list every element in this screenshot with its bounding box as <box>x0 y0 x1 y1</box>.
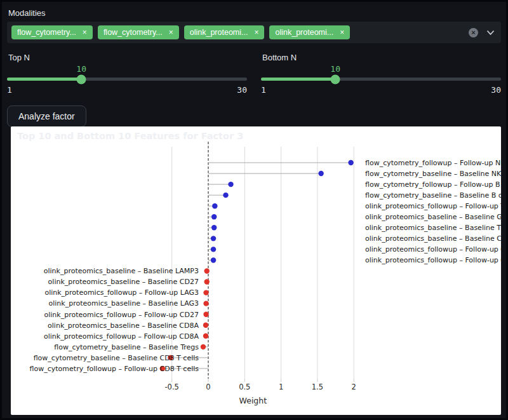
x-tick-label: -0.5 <box>164 383 178 391</box>
selected-modality-tags: flow_cytometry... × flow_cytometry... × … <box>11 25 469 39</box>
top-n-slider[interactable]: 10 1 30 <box>7 78 247 95</box>
bottom-n-max: 30 <box>491 85 501 95</box>
feature-label: olink_proteomics_baseline – Baseline CD8… <box>48 322 199 330</box>
feature-label: olink_proteomics_baseline – Baseline GZM… <box>365 213 501 221</box>
feature-label: flow_cytometry_baseline – Baseline CD8 T… <box>34 354 199 362</box>
negative-weight-dot <box>203 312 208 317</box>
positive-weight-dot <box>211 257 216 262</box>
x-tick-label: 1.5 <box>312 383 323 391</box>
top-n-label: Top N <box>8 53 247 62</box>
factor-weights-dot-plot: -0.500.511.52Weightflow_cytometry_follow… <box>11 126 501 415</box>
feature-label: olink_proteomics_followup – Follow-up TN… <box>365 202 501 210</box>
top-n-min: 1 <box>7 85 12 95</box>
feature-label: olink_proteomics_followup – Follow-up CD… <box>44 311 199 319</box>
feature-label: flow_cytometry_followup – Follow-up B ce… <box>365 180 501 189</box>
modality-tag-label: olink_proteomi... <box>275 28 333 37</box>
bottom-n-value: 10 <box>330 64 340 74</box>
feature-label: olink_proteomics_followup – Follow-up CD… <box>44 332 199 341</box>
negative-weight-dot <box>201 344 206 349</box>
positive-weight-dot <box>211 214 217 219</box>
chevron-down-icon[interactable] <box>486 30 495 36</box>
positive-weight-dot <box>223 193 228 198</box>
negative-weight-dot <box>203 301 208 306</box>
top-n-slider-track[interactable] <box>7 78 247 81</box>
bottom-n-slider-fill <box>261 78 335 81</box>
feature-label: olink_proteomics_followup – Follow-up GZ… <box>365 256 501 264</box>
modalities-label: Modalities <box>8 8 501 18</box>
modality-tag-label: flow_cytometry... <box>17 28 76 37</box>
modality-tag-label: olink_proteomi... <box>190 28 248 37</box>
bottom-n-label: Bottom N <box>262 53 501 62</box>
remove-tag-icon[interactable]: × <box>169 29 173 36</box>
negative-weight-dot <box>204 279 210 284</box>
top-n-max: 30 <box>237 85 247 95</box>
modality-tag[interactable]: olink_proteomi... × <box>269 25 350 39</box>
feature-label: olink_proteomics_baseline – Baseline LAM… <box>44 267 199 275</box>
remove-tag-icon[interactable]: × <box>340 29 344 36</box>
x-axis-label: Weight <box>239 396 267 405</box>
top-n-slider-fill <box>7 78 81 81</box>
feature-label: flow_cytometry_baseline – Baseline Tregs <box>54 343 199 351</box>
modalities-multiselect[interactable]: flow_cytometry... × flow_cytometry... × … <box>7 22 501 43</box>
feature-label: olink_proteomics_baseline – Baseline TNF… <box>365 224 501 232</box>
positive-weight-dot <box>211 247 216 252</box>
feature-label: flow_cytometry_baseline – Baseline NK ce… <box>365 170 501 178</box>
feature-label: olink_proteomics_followup – Follow-up LA… <box>44 288 199 297</box>
analyze-factor-button[interactable]: Analyze factor <box>7 105 86 127</box>
negative-weight-dot <box>203 323 208 328</box>
feature-label: flow_cytometry_followup – Follow-up CD8 … <box>30 365 199 373</box>
positive-weight-dot <box>211 236 216 241</box>
bottom-n-slider[interactable]: 10 1 30 <box>261 78 501 95</box>
modality-tag-label: flow_cytometry... <box>104 28 163 37</box>
x-tick-label: 0 <box>206 383 210 391</box>
x-tick-label: 2 <box>352 383 356 391</box>
negative-weight-dot <box>203 334 208 339</box>
remove-tag-icon[interactable]: × <box>254 29 258 36</box>
top-n-value: 10 <box>76 64 86 74</box>
positive-weight-dot <box>318 171 323 176</box>
top-n-slider-handle[interactable] <box>77 74 86 84</box>
x-tick-label: 0.5 <box>239 383 250 391</box>
positive-weight-dot <box>212 203 217 208</box>
bottom-n-min: 1 <box>261 85 266 95</box>
positive-weight-dot <box>348 160 353 165</box>
negative-weight-dot <box>203 290 208 295</box>
modality-tag[interactable]: olink_proteomi... × <box>184 25 265 39</box>
negative-weight-dot <box>204 268 210 273</box>
feature-label: olink_proteomics_followup – Follow-up CC… <box>365 245 501 254</box>
feature-label: olink_proteomics_baseline – Baseline LAG… <box>49 299 199 308</box>
bottom-n-slider-track[interactable] <box>261 78 501 81</box>
positive-weight-dot <box>228 182 233 187</box>
positive-weight-dot <box>211 225 217 230</box>
feature-label: flow_cytometry_followup – Follow-up NK c… <box>365 159 501 167</box>
modality-tag[interactable]: flow_cytometry... × <box>98 25 179 39</box>
x-tick-label: 1 <box>279 383 283 391</box>
bottom-n-slider-handle[interactable] <box>331 74 340 84</box>
feature-label: flow_cytometry_baseline – Baseline B cel… <box>365 191 501 200</box>
modality-tag[interactable]: flow_cytometry... × <box>11 25 93 39</box>
remove-tag-icon[interactable]: × <box>83 29 87 36</box>
app-window: Modalities flow_cytometry... × flow_cyto… <box>0 0 508 420</box>
feature-label: olink_proteomics_baseline – Baseline CCL… <box>365 234 501 243</box>
factor-weights-chart-panel: Top 10 and Bottom 10 Features for Factor… <box>11 126 501 415</box>
clear-all-icon[interactable]: × <box>469 28 478 37</box>
feature-label: olink_proteomics_baseline – Baseline CD2… <box>48 278 199 286</box>
